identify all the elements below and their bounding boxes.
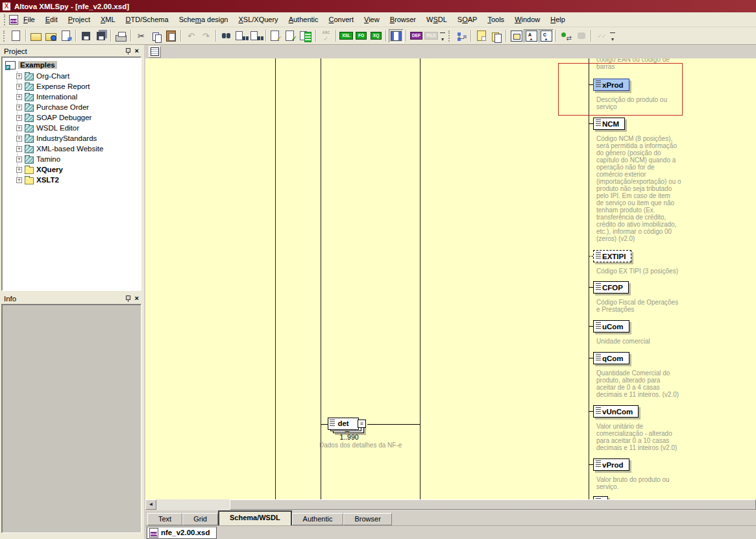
toolbar-overflow-chevron-icon[interactable] (609, 29, 616, 43)
menu-file[interactable]: File (18, 14, 40, 25)
element-box-qcom[interactable]: qCom (593, 352, 629, 364)
toolbar-overflow-chevron-icon[interactable] (439, 29, 446, 43)
toolbar-grip[interactable] (448, 31, 452, 42)
project-tree[interactable]: Examples +Org-Chart+Expense Report+Inter… (1, 56, 141, 291)
toolbar-grip[interactable] (3, 31, 6, 42)
element-box-det[interactable]: det (328, 418, 359, 430)
horizontal-scrollbar[interactable]: ◄ (145, 499, 756, 510)
menu-xml[interactable]: XML (95, 14, 121, 25)
menu-authentic[interactable]: Authentic (284, 14, 324, 25)
tree-item-wsdl-editor[interactable]: +WSDL Editor (4, 123, 141, 133)
expand-icon[interactable]: + (16, 125, 22, 131)
goto-file-icon[interactable]: FILE (424, 29, 439, 43)
menu-edit[interactable]: Edit (40, 14, 63, 25)
expand-icon[interactable]: + (16, 94, 22, 100)
copy-icon[interactable] (149, 29, 164, 43)
reload-page-icon[interactable] (58, 29, 73, 43)
scroll-left-arrow[interactable]: ◄ (145, 499, 156, 510)
yellow-page-icon[interactable] (474, 29, 489, 43)
tree-item-purchase-order[interactable]: +Purchase Order (4, 102, 141, 112)
check-yellow-icon[interactable] (269, 29, 284, 43)
menu-soap[interactable]: SOAP (452, 14, 483, 25)
expand-icon[interactable]: + (16, 146, 22, 152)
element-box-vprod[interactable]: vProd (593, 458, 629, 471)
green-plug-icon[interactable] (559, 29, 574, 43)
menu-xsl-xquery[interactable]: XSL/XQuery (233, 14, 283, 25)
tab-browser[interactable]: Browser (343, 513, 391, 525)
paste-icon[interactable] (164, 29, 178, 43)
tree-item-tamino[interactable]: +Tamino (4, 154, 141, 164)
scrollbar-thumb[interactable] (230, 499, 756, 510)
expand-children-button[interactable]: ≡ (358, 420, 366, 428)
goto-definition-icon[interactable]: DEF (409, 29, 424, 43)
menu-view[interactable]: View (359, 14, 385, 25)
undo-icon[interactable] (184, 29, 199, 43)
fo-transform-icon[interactable]: FO (354, 29, 369, 43)
expand-icon[interactable]: + (16, 157, 22, 162)
abc-spellcheck-icon[interactable]: ABC (319, 29, 334, 43)
green-table-icon[interactable] (299, 29, 313, 43)
pin-icon[interactable] (125, 295, 131, 302)
close-icon[interactable]: × (135, 47, 139, 55)
find-files-icon[interactable] (234, 29, 249, 43)
open-url-icon[interactable] (43, 29, 58, 43)
element-box-extipi[interactable]: EXTIPI (593, 250, 631, 262)
menu-help[interactable]: Help (545, 14, 570, 25)
pin-icon[interactable] (125, 47, 131, 55)
redo-icon[interactable] (199, 29, 213, 43)
expand-icon[interactable]: + (16, 115, 22, 121)
xquery-exec-icon[interactable]: XQ (369, 29, 384, 43)
tab-schema-wsdl[interactable]: Schema/WSDL (218, 510, 292, 525)
binoculars-icon[interactable] (219, 29, 234, 43)
grey-checks-icon[interactable] (594, 29, 609, 43)
new-page-icon[interactable] (8, 29, 23, 43)
tree-root-examples[interactable]: Examples (4, 59, 141, 71)
tree-item-industrystandards[interactable]: +IndustryStandards (4, 133, 141, 144)
file-tab-nfe[interactable]: nfe_v2.00.xsd (147, 527, 217, 539)
split-window-icon[interactable] (389, 29, 404, 43)
menu-dtd-schema[interactable]: DTD/Schema (121, 14, 174, 25)
menu-tools[interactable]: Tools (482, 14, 509, 25)
element-box-ncm[interactable]: NCM (593, 118, 625, 130)
cut-icon[interactable] (134, 29, 149, 43)
expand-icon[interactable]: + (16, 167, 22, 173)
expand-icon[interactable]: + (16, 84, 22, 90)
element-box-vuncom[interactable]: vUnCom (593, 405, 639, 418)
open-folder-icon[interactable] (29, 29, 43, 43)
close-icon[interactable]: × (135, 295, 139, 302)
tree-item-expense-report[interactable]: +Expense Report (4, 81, 141, 92)
schema-tree-icon[interactable] (454, 29, 469, 43)
save-icon[interactable] (79, 29, 93, 43)
print-icon[interactable] (114, 29, 128, 43)
tab-text[interactable]: Text (147, 513, 182, 525)
schema-diagram-canvas[interactable]: código EAN ou código de barras det ≡ 1..… (145, 58, 756, 499)
tree-item-soap-debugger[interactable]: +SOAP Debugger (4, 112, 141, 123)
menu-convert[interactable]: Convert (324, 14, 360, 25)
menu-grip[interactable] (4, 14, 7, 25)
boxed-c-up-icon[interactable]: C (539, 29, 554, 43)
menu-schema-design[interactable]: Schema design (174, 14, 234, 25)
display-diagram-button[interactable] (149, 46, 161, 58)
menu-wsdl[interactable]: WSDL (421, 14, 452, 25)
tree-item-org-chart[interactable]: +Org-Chart (4, 71, 141, 81)
expand-icon[interactable]: + (16, 73, 22, 79)
menu-browser[interactable]: Browser (385, 14, 421, 25)
xsl-transform-icon[interactable]: XSL (339, 29, 354, 43)
save-all-icon[interactable] (93, 29, 108, 43)
expand-icon[interactable]: + (16, 136, 22, 142)
document-xsd-icon[interactable] (9, 15, 18, 25)
element-box-xprod[interactable]: xProd (593, 79, 629, 91)
grey-gear-icon[interactable] (574, 29, 589, 43)
menu-window[interactable]: Window (509, 14, 545, 25)
tab-authentic[interactable]: Authentic (292, 513, 344, 525)
expand-icon[interactable]: + (16, 105, 22, 110)
tab-grid[interactable]: Grid (182, 513, 218, 525)
tree-item-international[interactable]: +International (4, 92, 141, 102)
expand-icon[interactable]: + (16, 177, 22, 183)
replace-icon[interactable] (249, 29, 263, 43)
element-box-ucom[interactable]: uCom (593, 320, 629, 332)
tree-item-xquery[interactable]: +XQuery (4, 164, 141, 175)
boxed-a-up-icon[interactable]: A (524, 29, 539, 43)
tree-item-xml-based-website[interactable]: +XML-based Website (4, 144, 141, 154)
check-green-icon[interactable] (284, 29, 299, 43)
